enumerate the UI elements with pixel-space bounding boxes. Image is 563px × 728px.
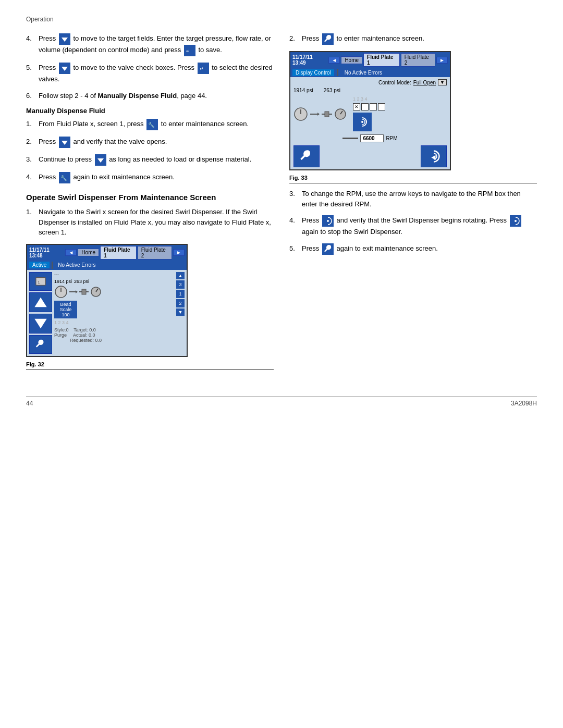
swirl-run-icon (426, 149, 441, 164)
digital-label: --- (54, 272, 59, 277)
gauge1 (54, 285, 68, 299)
wrench-icon (299, 149, 314, 164)
checkbox-3[interactable] (370, 103, 377, 110)
nav-back-arrow[interactable]: ◄ (65, 249, 77, 256)
nav-tab-fp1[interactable]: Fluid Plate 1 (363, 53, 400, 67)
list-item: 4. Press 🔧 again to exit maintenance scr… (26, 172, 274, 183)
gauge-flow-area: 1 2 3 4 ✕ (293, 96, 447, 131)
list-item: 5. Press again to exit maintenance scree… (289, 243, 537, 255)
requested-label: Requested: 0.0 (54, 338, 174, 343)
wrench-icon (322, 33, 334, 45)
svg-rect-16 (36, 277, 45, 285)
big-heading: Operate Swirl Dispenser From Maintenance… (26, 193, 274, 202)
rpm-line-left (342, 138, 358, 139)
fig33-titlebar: 11/17/11 13:49 ◄ Home Fluid Plate 1 Flui… (290, 52, 450, 68)
list-item: 3. Continue to press as long as needed t… (26, 154, 274, 166)
dispense-info: Style:0 Target: 0.0 Purge Actual: 0.0 Re… (54, 327, 174, 343)
list-item: 4. Press and verify that the Swirl Dispe… (289, 215, 537, 237)
fig33-divider (289, 183, 537, 183)
item-num: 4. (26, 33, 35, 56)
num-box-2: 2 (176, 299, 185, 307)
down-arrow-icon (59, 63, 70, 74)
right-column: 2. Press to enter maintenance screen. 11… (289, 33, 537, 375)
down-arrow-icon (59, 33, 70, 45)
up-arrow-icon (33, 295, 48, 310)
enter-icon: ↵ (198, 63, 209, 74)
right-panel: 1 2 3 4 ✕ (353, 96, 385, 131)
svg-text:1: 1 (38, 279, 40, 284)
swirl-icon (510, 215, 521, 227)
list-item: 6. Follow step 2 - 4 of Manually Dispens… (26, 91, 274, 101)
footer-doc-id: 3A2098H (511, 400, 537, 407)
svg-text:🔧: 🔧 (148, 121, 155, 128)
nav-fwd-arrow[interactable]: ► (436, 57, 448, 64)
page-header: Operation (26, 16, 537, 23)
control-mode-row: Control Mode: Full Open ▼ (293, 79, 447, 85)
purge-label: Purge Actual: 0.0 (54, 332, 174, 338)
svg-marker-19 (34, 318, 46, 328)
status-errors: No Active Errors (55, 262, 99, 268)
titlebar-time: 11/17/11 13:49 (292, 54, 325, 66)
gauge2 (90, 286, 102, 298)
nav-tab-fp2[interactable]: Fluid Plate 2 (138, 246, 172, 260)
number-display: 1 2 3 4 (353, 96, 385, 102)
list-item: 4. Press to move to the target fields. E… (26, 33, 274, 56)
item-content: Press to move to the valve check boxes. … (39, 63, 274, 84)
nav-tab-fp1[interactable]: Fluid Plate 1 (100, 246, 137, 260)
list-item: 1. Navigate to the Swirl x screen for th… (26, 207, 274, 238)
checkbox-1[interactable]: ✕ (353, 103, 360, 110)
fig32-label: Fig. 32 (26, 361, 274, 367)
fig33-body: Control Mode: Full Open ▼ 1914 psi 263 p… (290, 77, 450, 169)
scroll-down-btn[interactable]: ▼ (176, 309, 185, 316)
flow-arrow (69, 289, 78, 294)
num-box-1: 1 (176, 290, 185, 298)
swirl-icon-box (353, 113, 372, 131)
wrench-btn[interactable] (29, 335, 52, 354)
left-column: 4. Press to move to the target fields. E… (26, 33, 274, 375)
swirl-run-btn[interactable] (421, 145, 447, 167)
titlebar-time: 11/17/11 13:48 (29, 247, 62, 258)
pressure2-label: 263 psi (74, 279, 89, 284)
status-errors: No Active Errors (341, 69, 385, 76)
scale-box: BeadScale100 (54, 301, 77, 318)
nav-fwd-arrow[interactable]: ► (173, 249, 185, 256)
wrench-icon: 🔧 (59, 172, 70, 183)
svg-text:↵: ↵ (186, 48, 190, 54)
control-mode-label: Control Mode: (378, 80, 411, 85)
digital-icon: 1 (35, 276, 46, 287)
nav-tab-home[interactable]: Home (78, 249, 99, 256)
nav-tab-fp2[interactable]: Fluid Plate 2 (401, 53, 435, 67)
sidebar-btn-digital[interactable]: 1 (29, 272, 52, 291)
down-arrow-icon (95, 154, 106, 166)
list-item: 2. Press to enter maintenance screen. (289, 33, 537, 45)
rpm-input[interactable]: 6600 (360, 134, 384, 142)
fig33-bottom (293, 145, 447, 167)
bold-text: Manually Dispense Fluid (97, 92, 177, 100)
scroll-up-btn[interactable]: ▲ (176, 272, 185, 279)
swirl-icon (356, 116, 369, 128)
footer-page-num: 44 (26, 400, 33, 407)
status-mode: Active (29, 262, 50, 268)
item-num: 6. (26, 91, 35, 101)
rpm-label: RPM (386, 135, 397, 141)
pressure-row: 1914 psi 263 psi (293, 88, 447, 93)
checkbox-4[interactable] (378, 103, 385, 110)
fig32-screen: 11/17/11 13:48 ◄ Home Fluid Plate 1 Flui… (26, 244, 188, 357)
pressure2: 263 psi (324, 88, 340, 93)
enter-icon: ↵ (184, 45, 195, 56)
nav-tab-home[interactable]: Home (341, 56, 362, 64)
svg-text:↵: ↵ (200, 66, 204, 71)
page-footer: 44 3A2098H (26, 396, 537, 407)
checkbox-2[interactable] (361, 103, 369, 110)
up-arrow-btn[interactable] (29, 292, 52, 312)
wrench-btn[interactable] (293, 145, 320, 167)
svg-rect-34 (325, 112, 329, 117)
dropdown-arrow[interactable]: ▼ (438, 79, 447, 85)
list-item: 1. From Fluid Plate x, screen 1, press 🔧… (26, 119, 274, 130)
gauge2 (334, 108, 347, 120)
swirl-icon (322, 215, 334, 227)
nav-back-arrow[interactable]: ◄ (328, 57, 340, 64)
down-arrow-btn[interactable] (29, 314, 52, 334)
checkbox-grid: ✕ (353, 103, 385, 110)
section-heading: Manually Dispense Fluid (26, 107, 274, 115)
